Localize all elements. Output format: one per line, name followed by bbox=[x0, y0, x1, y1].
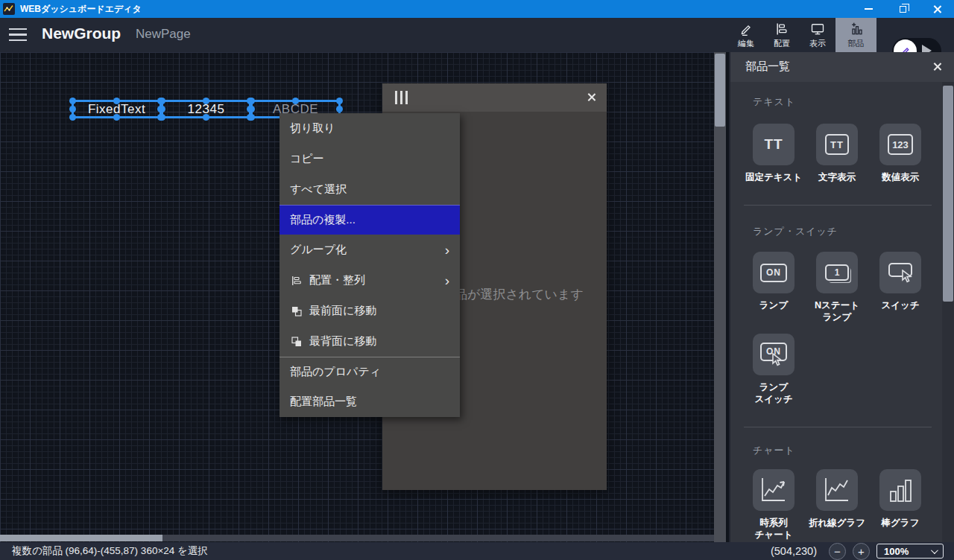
widget-number-display[interactable]: 12345 bbox=[161, 100, 251, 118]
hamburger-menu-icon[interactable] bbox=[9, 28, 27, 42]
menu-item-send-to-back[interactable]: 最背面に移動 bbox=[279, 326, 460, 357]
resize-handle[interactable] bbox=[292, 98, 299, 104]
sidebar-scrollbar[interactable] bbox=[942, 82, 954, 542]
toolbar-parts-label: 部品 bbox=[848, 38, 865, 49]
group-title: NewGroup bbox=[42, 25, 121, 42]
context-menu: 切り取り コピー すべて選択 部品の複製... グループ化 › bbox=[279, 113, 460, 417]
resize-handle[interactable] bbox=[159, 98, 165, 104]
close-icon bbox=[587, 92, 596, 102]
toolbar-parts-button[interactable]: 部品 bbox=[835, 18, 876, 52]
tile-label-n-state-lamp: Nステート ランプ bbox=[801, 299, 873, 323]
tile-label-fixed-text: 固定テキスト bbox=[738, 171, 809, 183]
tile-n-state-lamp[interactable]: 1 bbox=[816, 252, 858, 293]
zoom-level-dropdown[interactable]: 100% bbox=[876, 544, 944, 559]
menu-item-bring-to-front[interactable]: 最前面に移動 bbox=[279, 296, 460, 326]
section-label-chart: チャート bbox=[753, 444, 795, 457]
floating-panel-header[interactable] bbox=[382, 83, 607, 112]
resize-handle[interactable] bbox=[69, 98, 76, 104]
workspace: FixedText 12345 ABCDE bbox=[0, 52, 954, 542]
app-window: WEBダッシュボードエディタ NewGroup NewPage 編集 bbox=[0, 0, 954, 560]
app-logo-icon bbox=[3, 3, 15, 15]
tile-text-display[interactable]: TT bbox=[816, 124, 858, 165]
drag-handle-icon[interactable] bbox=[395, 91, 411, 104]
widget-fixed-text[interactable]: FixedText bbox=[72, 100, 162, 118]
n-state-lamp-icon: 1 bbox=[825, 264, 849, 281]
minimize-icon bbox=[865, 8, 873, 10]
toolbar-edit-label: 編集 bbox=[738, 38, 754, 49]
tile-lamp[interactable]: ON bbox=[753, 252, 795, 293]
resize-handle[interactable] bbox=[248, 106, 255, 112]
toolbar-arrange-button[interactable]: 配置 bbox=[764, 18, 800, 52]
canvas-horizontal-scrollbar[interactable] bbox=[0, 535, 714, 541]
resize-handle[interactable] bbox=[248, 114, 255, 121]
resize-handle[interactable] bbox=[69, 106, 76, 112]
bar-chart-icon bbox=[886, 477, 914, 503]
tile-fixed-text[interactable]: TT bbox=[753, 124, 795, 165]
section-label-lamp-switch: ランプ・スイッチ bbox=[753, 225, 838, 238]
menu-item-label: すべて選択 bbox=[290, 182, 347, 197]
toolbar-arrange-label: 配置 bbox=[774, 38, 790, 49]
resize-handle[interactable] bbox=[203, 114, 209, 121]
plus-icon: + bbox=[858, 546, 865, 557]
tile-switch[interactable] bbox=[879, 252, 921, 293]
menu-item-arrange-align[interactable]: 配置・整列 › bbox=[279, 265, 460, 296]
tile-number-display[interactable]: 123 bbox=[879, 124, 921, 165]
menu-item-group[interactable]: グループ化 › bbox=[279, 235, 460, 265]
menu-item-cut[interactable]: 切り取り bbox=[279, 113, 460, 144]
menu-item-label: 最背面に移動 bbox=[309, 334, 376, 349]
resize-handle[interactable] bbox=[159, 114, 165, 121]
resize-handle[interactable] bbox=[336, 98, 343, 104]
menu-item-label: グループ化 bbox=[290, 243, 347, 257]
chevron-down-icon bbox=[931, 547, 938, 554]
resize-handle[interactable] bbox=[113, 114, 120, 121]
menu-item-label: コピー bbox=[290, 152, 324, 166]
parts-sidebar: 部品一覧 テキスト TT TT 123 固定テキスト 文字表示 数値表示 bbox=[729, 52, 954, 542]
tile-label-line-chart: 折れ線グラフ bbox=[801, 517, 873, 529]
menu-item-part-properties[interactable]: 部品のプロパティ bbox=[279, 357, 460, 386]
pointer-coordinates: (504,230) bbox=[771, 545, 817, 557]
zoom-level-value: 100% bbox=[884, 546, 909, 557]
zoom-in-button[interactable]: + bbox=[853, 543, 870, 560]
tile-bar-chart[interactable] bbox=[879, 469, 921, 511]
align-arrange-icon bbox=[290, 274, 309, 287]
menu-item-select-all[interactable]: すべて選択 bbox=[279, 174, 460, 205]
app-header: NewGroup NewPage 編集 配置 bbox=[0, 18, 954, 52]
menu-item-duplicate-parts[interactable]: 部品の複製... bbox=[279, 205, 460, 235]
toolbar-edit-button[interactable]: 編集 bbox=[728, 18, 764, 52]
number-display-icon: 123 bbox=[888, 134, 913, 155]
menu-item-label: 部品の複製... bbox=[290, 213, 356, 227]
line-chart-icon bbox=[823, 477, 851, 503]
tile-label-number-display: 数値表示 bbox=[865, 171, 936, 183]
sidebar-scroll-thumb[interactable] bbox=[943, 86, 953, 302]
panel-close-button[interactable] bbox=[587, 92, 596, 102]
tile-timeseries-chart[interactable] bbox=[753, 469, 795, 511]
resize-handle[interactable] bbox=[203, 98, 209, 104]
zoom-out-button[interactable]: − bbox=[829, 543, 846, 560]
menu-item-placed-parts-list[interactable]: 配置部品一覧 bbox=[279, 386, 460, 417]
toolbar-view-button[interactable]: 表示 bbox=[800, 18, 835, 52]
maximize-button[interactable] bbox=[885, 0, 920, 18]
vertical-scroll-thumb[interactable] bbox=[715, 54, 725, 127]
minimize-button[interactable] bbox=[851, 0, 885, 18]
close-icon bbox=[932, 4, 942, 14]
canvas-vertical-scrollbar[interactable] bbox=[714, 52, 726, 542]
menu-item-copy[interactable]: コピー bbox=[279, 144, 460, 174]
horizontal-scroll-thumb[interactable] bbox=[0, 535, 162, 541]
resize-handle[interactable] bbox=[69, 114, 76, 121]
menu-item-label: 配置部品一覧 bbox=[290, 395, 357, 409]
resize-handle[interactable] bbox=[336, 106, 343, 112]
resize-handle[interactable] bbox=[248, 98, 255, 104]
toolbar-view-label: 表示 bbox=[809, 38, 826, 49]
restore-icon bbox=[900, 6, 906, 13]
close-button[interactable] bbox=[920, 0, 954, 18]
tile-line-chart[interactable] bbox=[816, 469, 858, 511]
statusbar-right: (504,230) − + 100% bbox=[771, 542, 944, 560]
resize-handle[interactable] bbox=[113, 98, 120, 104]
pencil-icon bbox=[739, 22, 754, 36]
resize-handle[interactable] bbox=[159, 106, 165, 112]
tile-label-text-display: 文字表示 bbox=[801, 171, 873, 183]
tile-lamp-switch[interactable]: ON bbox=[753, 334, 795, 375]
sidebar-close-button[interactable] bbox=[932, 62, 942, 71]
menu-item-label: 配置・整列 bbox=[309, 273, 365, 287]
text-display-icon: TT bbox=[825, 134, 849, 155]
